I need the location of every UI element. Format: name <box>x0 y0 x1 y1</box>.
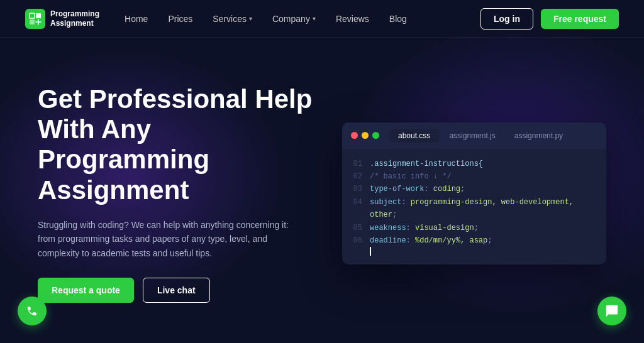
hero-title: Get Professional Help With Any Programmi… <box>38 84 322 205</box>
tab-assignment-js[interactable]: assignment.js <box>440 129 504 143</box>
code-editor: about.css assignment.js assignment.py 01… <box>342 122 606 265</box>
code-line-3: 03 type-of-work: coding; <box>352 183 596 195</box>
code-line-7 <box>352 247 596 256</box>
nav-services[interactable]: Services ▾ <box>213 14 252 24</box>
code-line-6: 06 deadline: %dd/mm/yy%, asap; <box>352 234 596 247</box>
editor-tabs: about.css assignment.js assignment.py <box>389 129 572 143</box>
brand-logo[interactable]: Programming Assignment <box>25 9 99 29</box>
editor-titlebar: about.css assignment.js assignment.py <box>342 122 606 149</box>
nav-prices[interactable]: Prices <box>168 14 192 24</box>
nav-home[interactable]: Home <box>125 14 148 24</box>
company-chevron-icon: ▾ <box>313 15 316 22</box>
cursor <box>370 247 371 256</box>
window-maximize-dot <box>372 132 379 139</box>
free-request-button[interactable]: Free request <box>541 9 619 29</box>
code-line-4: 04 subject: programming-design, web-deve… <box>352 196 596 222</box>
code-line-2: 02 /* basic info ↓ */ <box>352 170 596 183</box>
svg-rect-2 <box>30 19 35 24</box>
phone-float-button[interactable] <box>18 297 47 325</box>
chat-float-button[interactable] <box>597 297 626 325</box>
tab-assignment-py[interactable]: assignment.py <box>506 129 572 143</box>
code-line-1: 01 .assignment-instructions{ <box>352 158 596 170</box>
live-chat-button[interactable]: Live chat <box>143 278 210 303</box>
nav-actions: Log in Free request <box>480 8 619 30</box>
hero-subtitle: Struggling with coding? We can help with… <box>38 218 302 260</box>
code-line-5: 05 weakness: visual-design; <box>352 222 596 234</box>
logo-icon <box>25 9 45 29</box>
nav-links: Home Prices Services ▾ Company ▾ Reviews… <box>125 14 480 24</box>
nav-reviews[interactable]: Reviews <box>336 14 369 24</box>
hero-right: about.css assignment.js assignment.py 01… <box>322 122 606 265</box>
navbar: Programming Assignment Home Prices Servi… <box>0 0 644 38</box>
svg-rect-1 <box>36 13 41 18</box>
services-chevron-icon: ▾ <box>249 15 252 22</box>
brand-name: Programming Assignment <box>50 9 99 28</box>
hero-left: Get Professional Help With Any Programmi… <box>38 84 322 303</box>
editor-body: 01 .assignment-instructions{ 02 /* basic… <box>342 149 606 265</box>
svg-rect-0 <box>30 13 35 18</box>
window-close-dot <box>351 132 358 139</box>
nav-company[interactable]: Company ▾ <box>272 14 316 24</box>
nav-blog[interactable]: Blog <box>389 14 407 24</box>
phone-icon <box>25 304 39 318</box>
login-button[interactable]: Log in <box>480 8 533 30</box>
chat-icon <box>605 304 619 318</box>
window-minimize-dot <box>362 132 369 139</box>
hero-section: Get Professional Help With Any Programmi… <box>0 38 644 343</box>
request-quote-button[interactable]: Request a quote <box>38 278 134 303</box>
hero-buttons: Request a quote Live chat <box>38 278 322 303</box>
tab-about-css[interactable]: about.css <box>389 129 439 143</box>
